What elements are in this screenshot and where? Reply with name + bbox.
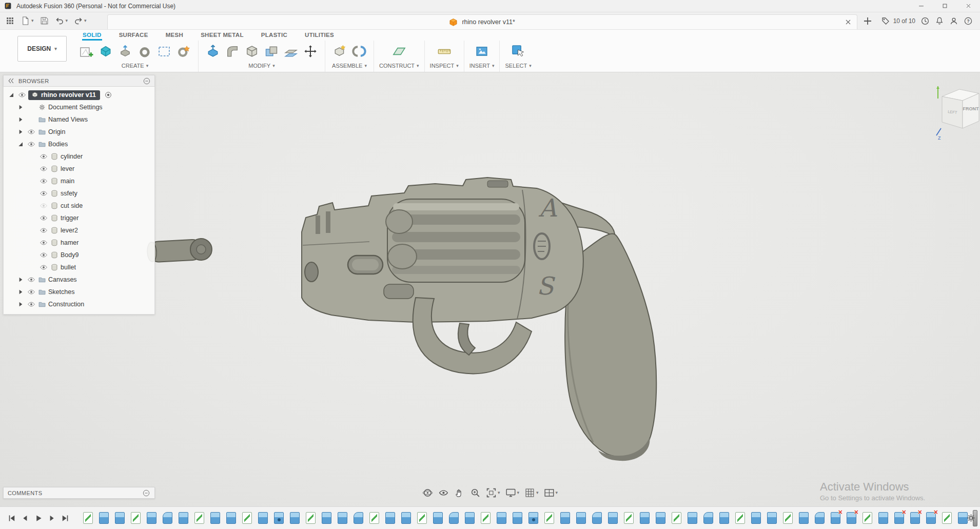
help-icon[interactable]: ? [964, 16, 973, 26]
browser-item-label[interactable]: cut side [61, 202, 83, 209]
user-profile-icon[interactable] [949, 16, 958, 26]
timeline-feature-extrude-icon[interactable] [401, 512, 411, 524]
activate-component-radio-icon[interactable] [104, 91, 112, 99]
timeline-feature-hole-icon[interactable] [528, 512, 538, 524]
tree-collapsed-arrow-icon[interactable] [16, 128, 25, 136]
browser-item-label[interactable]: Origin [48, 128, 65, 135]
go-to-start-button[interactable] [6, 513, 17, 524]
timeline-feature-extrude-error-icon[interactable] [831, 512, 840, 524]
browser-item-label[interactable]: lever [61, 165, 74, 172]
timeline-feature-extrude-icon[interactable] [322, 512, 331, 524]
job-status-clock-icon[interactable] [920, 16, 930, 26]
viewports-button[interactable]: ▾ [543, 486, 559, 499]
comments-bar[interactable]: COMMENTS [3, 487, 155, 499]
visibility-eye-icon[interactable] [39, 239, 48, 247]
browser-item-label[interactable]: ssfety [61, 190, 77, 197]
timeline-feature-extrude-icon[interactable] [290, 512, 300, 524]
tree-collapsed-arrow-icon[interactable] [16, 288, 25, 296]
timeline-feature-sketch-icon[interactable] [735, 512, 745, 524]
timeline-feature-sketch-icon[interactable] [942, 512, 952, 524]
browser-item-label[interactable]: Canvases [48, 276, 77, 283]
redo-button[interactable]: ▾ [71, 14, 89, 28]
browser-row-rhino-revolver-v11[interactable]: rhino revolver v11 [4, 89, 154, 101]
browser-item-label[interactable]: cylinder [61, 153, 83, 160]
browser-item-label[interactable]: trigger [61, 214, 79, 222]
joint-icon[interactable] [350, 42, 368, 61]
create-sketch-icon[interactable] [77, 42, 95, 61]
timeline-feature-sketch-icon[interactable] [369, 512, 379, 524]
tree-collapsed-arrow-icon[interactable] [16, 115, 25, 124]
browser-row-lever[interactable]: lever [4, 163, 154, 175]
offset-plane-icon[interactable] [390, 42, 408, 61]
offset-face-icon[interactable] [282, 42, 300, 61]
toolbar-group-menu-select[interactable]: SELECT▾ [505, 63, 531, 69]
browser-row-cut-side[interactable]: cut side [4, 200, 154, 212]
new-tab-button[interactable] [861, 15, 874, 27]
browser-item-label[interactable]: Sketches [48, 288, 74, 296]
timeline-feature-extrude-icon[interactable] [465, 512, 475, 524]
tree-expanded-arrow-icon[interactable] [16, 140, 25, 148]
visibility-eye-icon[interactable] [27, 140, 36, 148]
new-component-icon[interactable] [330, 42, 349, 61]
browser-row-body9[interactable]: Body9 [4, 249, 154, 261]
timeline-feature-extrude-icon[interactable] [226, 512, 236, 524]
browser-row-trigger[interactable]: trigger [4, 212, 154, 224]
browser-row-ssfety[interactable]: ssfety [4, 187, 154, 200]
tree-collapsed-arrow-icon[interactable] [16, 276, 25, 284]
browser-row-construction[interactable]: Construction [4, 298, 154, 310]
timeline-feature-sketch-icon[interactable] [672, 512, 681, 524]
timeline-feature-sketch-icon[interactable] [417, 512, 427, 524]
tree-expanded-arrow-icon[interactable] [7, 91, 16, 99]
coil-icon[interactable] [174, 42, 193, 61]
toolbar-tab-surface[interactable]: SURFACE [119, 32, 149, 41]
play-button[interactable] [33, 513, 44, 524]
browser-item-label[interactable]: main [61, 178, 74, 185]
go-to-end-button[interactable] [60, 513, 71, 524]
timeline-feature-hole-icon[interactable] [274, 512, 284, 524]
step-forward-button[interactable] [46, 513, 57, 524]
timeline-feature-extrude-icon[interactable] [433, 512, 443, 524]
toolbar-tab-utilities[interactable]: UTILITIES [304, 32, 335, 41]
visibility-eye-icon[interactable] [27, 128, 36, 136]
visibility-eye-icon[interactable] [39, 263, 48, 271]
timeline-feature-sketch-icon[interactable] [131, 512, 141, 524]
timeline-feature-extrude-icon[interactable] [767, 512, 777, 524]
browser-row-cylinder[interactable]: cylinder [4, 150, 154, 163]
collapse-panel-icon[interactable] [7, 77, 15, 85]
fillet-icon[interactable] [223, 42, 242, 61]
timeline-feature-extrude-icon[interactable] [338, 512, 347, 524]
combine-icon[interactable] [262, 42, 281, 61]
move-icon[interactable] [301, 42, 320, 61]
browser-item-label[interactable]: bullet [61, 264, 76, 271]
visibility-eye-icon[interactable] [27, 288, 36, 296]
visibility-eye-icon[interactable] [39, 202, 48, 210]
browser-item-label[interactable]: Construction [48, 301, 84, 308]
pattern-icon[interactable] [155, 42, 173, 61]
timeline-feature-extrude-icon[interactable] [560, 512, 570, 524]
timeline-feature-sketch-icon[interactable] [306, 512, 316, 524]
browser-row-main[interactable]: main [4, 175, 154, 187]
view-cube[interactable]: FRONT LEFT Z [934, 81, 980, 140]
timeline-feature-extrude-icon[interactable] [513, 512, 522, 524]
timeline-feature-sketch-icon[interactable] [783, 512, 793, 524]
press-pull-icon[interactable] [204, 42, 222, 61]
browser-row-lever2[interactable]: lever2 [4, 224, 154, 237]
look-at-button[interactable] [438, 486, 449, 499]
visibility-eye-icon[interactable] [39, 165, 48, 173]
timeline-feature-extrude-error-icon[interactable] [894, 512, 904, 524]
close-tab-icon[interactable] [844, 18, 852, 26]
file-menu-button[interactable]: ▾ [18, 14, 36, 28]
create-form-icon[interactable] [96, 42, 115, 61]
timeline-feature-extrude-icon[interactable] [179, 512, 188, 524]
timeline-feature-extrude-icon[interactable] [640, 512, 650, 524]
visibility-eye-icon[interactable] [27, 300, 36, 308]
toolbar-tab-mesh[interactable]: MESH [165, 32, 184, 41]
3d-viewport-model[interactable]: A S [128, 169, 693, 477]
timeline-feature-fillet-icon[interactable] [592, 512, 602, 524]
timeline-feature-fillet-icon[interactable] [703, 512, 713, 524]
visibility-eye-icon[interactable] [39, 177, 48, 185]
timeline-feature-extrude-error-icon[interactable] [910, 512, 920, 524]
timeline-feature-fillet-icon[interactable] [449, 512, 459, 524]
timeline-feature-extrude-icon[interactable] [99, 512, 109, 524]
extrude-icon[interactable] [116, 42, 134, 61]
